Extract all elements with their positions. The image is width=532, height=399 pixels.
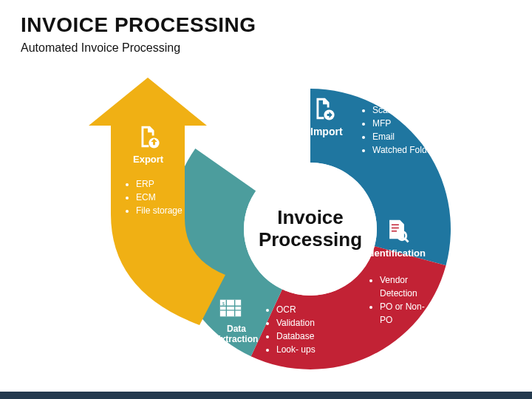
list-item: Watched Folder — [372, 143, 434, 157]
list-item: ECM — [136, 191, 185, 204]
document-export-icon — [135, 124, 160, 152]
process-diagram: Invoice Processing Import ScannerMFPEmai… — [0, 0, 532, 399]
data-grid-icon: $ — [218, 296, 243, 324]
extraction-label: Data Extraction — [214, 324, 259, 345]
list-item: PO or Non-PO — [380, 300, 436, 327]
list-item: Validation — [276, 316, 316, 330]
list-item: Database — [276, 330, 316, 343]
list-item: Vendor Detection — [380, 273, 436, 300]
list-item: Look- ups — [276, 343, 316, 356]
document-import-icon — [310, 96, 335, 124]
center-text-line1: Invoice — [277, 206, 344, 228]
import-label: Import — [310, 126, 343, 137]
list-item: File storage — [136, 204, 185, 217]
extraction-label-text: Data Extraction — [215, 324, 259, 344]
export-items: ERPECMFile storage — [126, 177, 185, 217]
magnify-document-icon — [384, 218, 409, 246]
list-item: ERP — [136, 177, 185, 191]
list-item: MFP — [372, 117, 434, 130]
list-item: OCR — [276, 303, 316, 316]
import-items: ScannerMFPEmailWatched Folder — [362, 103, 434, 157]
identification-label: Identification — [366, 248, 426, 259]
identification-items: Vendor DetectionPO or Non-PO — [369, 273, 436, 327]
list-item: Email — [372, 130, 434, 143]
extraction-items: OCRValidationDatabaseLook- ups — [266, 303, 316, 356]
list-item: Scanner — [372, 103, 434, 117]
center-circle: Invoice Processing — [244, 163, 377, 296]
footer-bar — [0, 392, 532, 399]
center-text-line2: Processing — [259, 228, 362, 250]
center-label: Invoice Processing — [259, 207, 362, 251]
export-label: Export — [133, 154, 163, 165]
